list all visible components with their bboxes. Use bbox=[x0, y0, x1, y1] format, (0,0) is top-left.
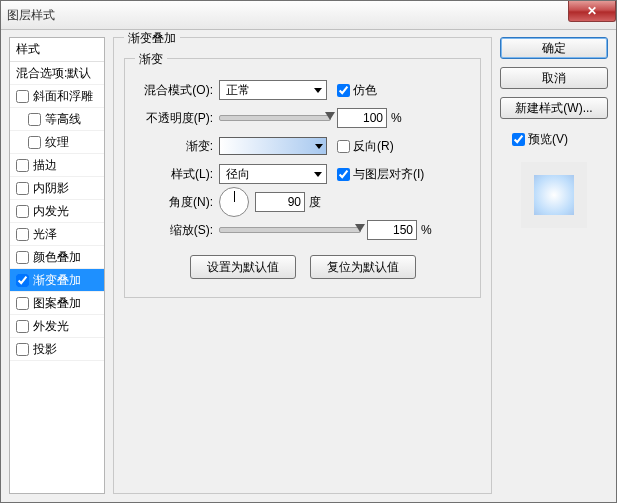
dither-checkbox[interactable]: 仿色 bbox=[337, 82, 377, 99]
style-row-color-overlay[interactable]: 颜色叠加 bbox=[10, 246, 104, 269]
gradient-picker[interactable] bbox=[219, 137, 327, 155]
make-default-button[interactable]: 设置为默认值 bbox=[190, 255, 296, 279]
style-row-contour[interactable]: 等高线 bbox=[10, 108, 104, 131]
style-row-bevel[interactable]: 斜面和浮雕 bbox=[10, 85, 104, 108]
dialog-body: 样式 混合选项:默认 斜面和浮雕 等高线 纹理 描边 内阴影 内发光 光泽 颜色… bbox=[1, 29, 616, 502]
angle-dial[interactable] bbox=[219, 187, 249, 217]
preview-label: 预览(V) bbox=[528, 131, 568, 148]
blend-options-label: 混合选项:默认 bbox=[16, 65, 91, 82]
style-check-inner-glow[interactable] bbox=[16, 205, 29, 218]
opacity-label: 不透明度(P): bbox=[135, 110, 213, 127]
style-label: 描边 bbox=[33, 157, 57, 174]
new-style-button[interactable]: 新建样式(W)... bbox=[500, 97, 608, 119]
close-icon: ✕ bbox=[587, 5, 597, 17]
styles-header[interactable]: 样式 bbox=[10, 38, 104, 62]
style-label: 投影 bbox=[33, 341, 57, 358]
style-row-stroke[interactable]: 描边 bbox=[10, 154, 104, 177]
scale-slider[interactable] bbox=[219, 227, 361, 233]
chevron-down-icon bbox=[314, 88, 322, 93]
blend-mode-dropdown[interactable]: 正常 bbox=[219, 80, 327, 100]
align-label: 与图层对齐(I) bbox=[353, 166, 424, 183]
blend-mode-label: 混合模式(O): bbox=[135, 82, 213, 99]
style-check-bevel[interactable] bbox=[16, 90, 29, 103]
preview-swatch bbox=[521, 162, 587, 228]
slider-thumb[interactable] bbox=[325, 112, 335, 120]
reset-default-button[interactable]: 复位为默认值 bbox=[310, 255, 416, 279]
dither-check-input[interactable] bbox=[337, 84, 350, 97]
style-check-drop-shadow[interactable] bbox=[16, 343, 29, 356]
style-check-inner-shadow[interactable] bbox=[16, 182, 29, 195]
reverse-checkbox[interactable]: 反向(R) bbox=[337, 138, 394, 155]
style-check-color-overlay[interactable] bbox=[16, 251, 29, 264]
options-panel: 渐变叠加 渐变 混合模式(O): 正常 仿色 不透明度(P): bbox=[113, 37, 492, 494]
style-label: 内阴影 bbox=[33, 180, 69, 197]
style-dropdown[interactable]: 径向 bbox=[219, 164, 327, 184]
style-label: 图案叠加 bbox=[33, 295, 81, 312]
angle-unit: 度 bbox=[309, 194, 321, 211]
slider-thumb[interactable] bbox=[355, 224, 365, 232]
style-check-satin[interactable] bbox=[16, 228, 29, 241]
right-sidebar: 确定 取消 新建样式(W)... 预览(V) bbox=[500, 37, 608, 494]
style-row-outer-glow[interactable]: 外发光 bbox=[10, 315, 104, 338]
style-check-texture[interactable] bbox=[28, 136, 41, 149]
chevron-down-icon bbox=[315, 144, 323, 149]
pct-unit: % bbox=[391, 111, 402, 125]
style-check-pattern-overlay[interactable] bbox=[16, 297, 29, 310]
style-label: 纹理 bbox=[45, 134, 69, 151]
style-row-inner-shadow[interactable]: 内阴影 bbox=[10, 177, 104, 200]
style-row-drop-shadow[interactable]: 投影 bbox=[10, 338, 104, 361]
close-button[interactable]: ✕ bbox=[568, 1, 616, 22]
opacity-slider[interactable] bbox=[219, 115, 331, 121]
style-row-satin[interactable]: 光泽 bbox=[10, 223, 104, 246]
ok-button[interactable]: 确定 bbox=[500, 37, 608, 59]
blend-options-row[interactable]: 混合选项:默认 bbox=[10, 62, 104, 85]
group-gradient-overlay: 渐变叠加 渐变 混合模式(O): 正常 仿色 不透明度(P): bbox=[113, 37, 492, 494]
titlebar: 图层样式 ✕ bbox=[1, 1, 616, 30]
inner-gradient: 渐变 混合模式(O): 正常 仿色 不透明度(P): bbox=[124, 58, 481, 298]
scale-input[interactable] bbox=[367, 220, 417, 240]
chevron-down-icon bbox=[314, 172, 322, 177]
preview-checkbox[interactable]: 预览(V) bbox=[512, 131, 608, 148]
pct-unit: % bbox=[421, 223, 432, 237]
inner-title: 渐变 bbox=[135, 51, 167, 68]
gradient-label: 渐变: bbox=[135, 138, 213, 155]
reverse-label: 反向(R) bbox=[353, 138, 394, 155]
blend-mode-value: 正常 bbox=[226, 82, 250, 99]
dialog-layer-style: 图层样式 ✕ 样式 混合选项:默认 斜面和浮雕 等高线 纹理 描边 内阴影 内发… bbox=[0, 0, 617, 503]
angle-input[interactable] bbox=[255, 192, 305, 212]
angle-hand bbox=[234, 191, 235, 202]
style-label: 渐变叠加 bbox=[33, 272, 81, 289]
style-label: 外发光 bbox=[33, 318, 69, 335]
reverse-check-input[interactable] bbox=[337, 140, 350, 153]
style-check-stroke[interactable] bbox=[16, 159, 29, 172]
style-label: 光泽 bbox=[33, 226, 57, 243]
scale-label: 缩放(S): bbox=[135, 222, 213, 239]
style-row-inner-glow[interactable]: 内发光 bbox=[10, 200, 104, 223]
style-label: 颜色叠加 bbox=[33, 249, 81, 266]
style-check-contour[interactable] bbox=[28, 113, 41, 126]
dither-label: 仿色 bbox=[353, 82, 377, 99]
style-row-gradient-overlay[interactable]: 渐变叠加 bbox=[10, 269, 104, 292]
style-label: 等高线 bbox=[45, 111, 81, 128]
style-label: 内发光 bbox=[33, 203, 69, 220]
opacity-input[interactable] bbox=[337, 108, 387, 128]
style-check-gradient-overlay[interactable] bbox=[16, 274, 29, 287]
preview-thumbnail bbox=[534, 175, 574, 215]
style-value: 径向 bbox=[226, 166, 250, 183]
group-title: 渐变叠加 bbox=[124, 30, 180, 47]
style-label: 斜面和浮雕 bbox=[33, 88, 93, 105]
align-checkbox[interactable]: 与图层对齐(I) bbox=[337, 166, 424, 183]
cancel-button[interactable]: 取消 bbox=[500, 67, 608, 89]
align-check-input[interactable] bbox=[337, 168, 350, 181]
style-label: 样式(L): bbox=[135, 166, 213, 183]
style-check-outer-glow[interactable] bbox=[16, 320, 29, 333]
style-row-pattern-overlay[interactable]: 图案叠加 bbox=[10, 292, 104, 315]
titlebar-title: 图层样式 bbox=[7, 7, 55, 24]
angle-label: 角度(N): bbox=[135, 194, 213, 211]
style-row-texture[interactable]: 纹理 bbox=[10, 131, 104, 154]
preview-check-input[interactable] bbox=[512, 133, 525, 146]
styles-list: 样式 混合选项:默认 斜面和浮雕 等高线 纹理 描边 内阴影 内发光 光泽 颜色… bbox=[9, 37, 105, 494]
